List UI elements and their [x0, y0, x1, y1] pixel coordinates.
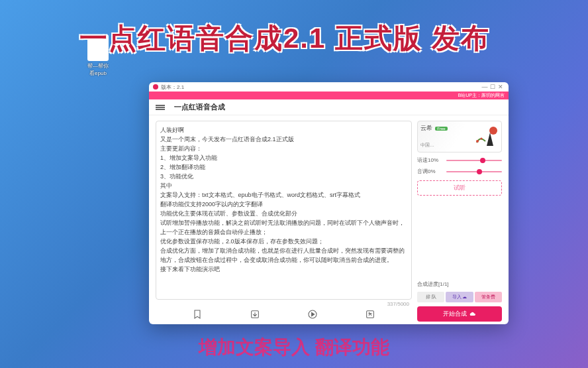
import-icon[interactable] [250, 309, 260, 320]
svg-rect-2 [366, 311, 373, 318]
speed-slider[interactable]: 语速10% [417, 156, 502, 164]
credit-text: B站UP主：厮玥的网言 [458, 92, 505, 99]
toolbar [156, 307, 412, 322]
svg-point-5 [481, 138, 483, 140]
voice-avatar [473, 123, 500, 149]
titlebar: 版本：2.1 — ☐ ✕ [149, 82, 509, 92]
header-bar: 一点红语音合成 [149, 99, 509, 115]
app-title: 一点红语音合成 [174, 102, 225, 112]
left-panel: 人装好啊 又是一个周末，今天发布一点红语音合成2.1正式版 主要更新内容： 1、… [156, 121, 412, 322]
pitch-slider[interactable]: 音调0% [417, 168, 502, 175]
voice-free-badge: Free [435, 127, 447, 131]
start-synthesis-button[interactable]: 开始合成 [417, 306, 502, 322]
speed-label: 语速10% [417, 156, 444, 164]
app-window: 版本：2.1 — ☐ ✕ B站UP主：厮玥的网言 一点红语音合成 人装好啊 又是… [149, 82, 509, 324]
cloud-icon [469, 312, 476, 316]
pitch-label: 音调0% [417, 168, 444, 175]
translate-icon[interactable] [365, 309, 375, 320]
right-panel: 云希 Free 中国… 语速10% 音调0% 试听 [417, 121, 502, 322]
bookmark-icon[interactable] [192, 309, 203, 320]
tab-fee[interactable]: 管务费 [475, 292, 502, 302]
svg-point-3 [489, 127, 497, 135]
minimize-button[interactable]: — [481, 84, 489, 90]
credit-bar: B站UP主：厮玥的网言 [149, 92, 509, 99]
voice-card[interactable]: 云希 Free 中国… [417, 121, 502, 153]
tab-import[interactable]: 导入 ☁ [446, 292, 473, 302]
text-input[interactable]: 人装好啊 又是一个周末，今天发布一点红语音合成2.1正式版 主要更新内容： 1、… [156, 121, 412, 300]
close-button[interactable]: ✕ [497, 84, 505, 90]
maximize-button[interactable]: ☐ [489, 84, 497, 90]
tab-queue[interactable]: 排 队 [417, 292, 444, 302]
footer-subtitle: 增加文案导入 翻译功能 [199, 335, 389, 360]
play-icon[interactable] [307, 309, 318, 320]
app-icon [153, 84, 158, 90]
tabs: 排 队 导入 ☁ 管务费 [417, 292, 502, 302]
menu-icon[interactable] [156, 104, 165, 111]
version-label: 版本：2.1 [161, 84, 184, 91]
listen-button[interactable]: 试听 [417, 180, 502, 196]
char-counter: 337/5000 [156, 300, 412, 307]
svg-point-4 [476, 140, 479, 143]
voice-name: 云希 [420, 125, 432, 131]
banner-title: 一点红语音合成2.1 正式版 发布 [79, 20, 490, 57]
progress-label: 合成进度[1/1] [417, 280, 502, 288]
start-label: 开始合成 [443, 310, 467, 318]
